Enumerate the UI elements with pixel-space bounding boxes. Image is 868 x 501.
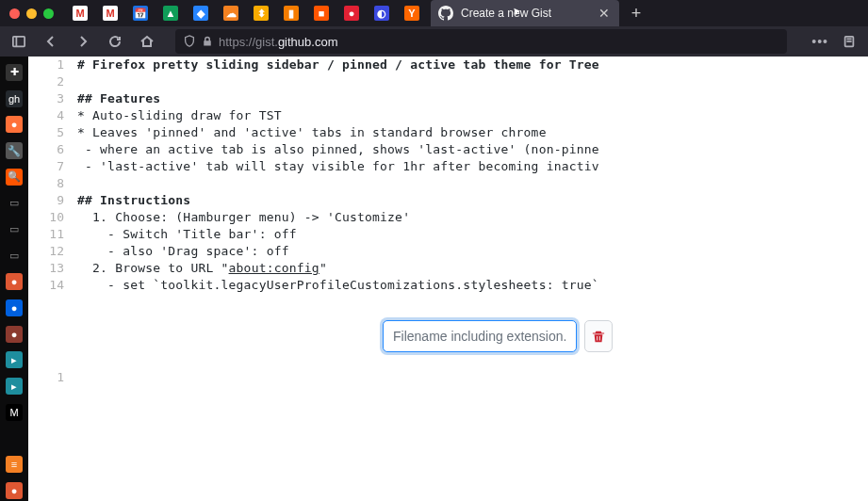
favicon: M	[103, 6, 118, 21]
reader-button[interactable]	[836, 28, 862, 55]
line-number: 11	[28, 226, 77, 243]
new-tab-button[interactable]: +	[623, 0, 649, 26]
line-number: 4	[28, 107, 77, 124]
sidebar-icon: ▭	[6, 220, 23, 237]
favicon: ●	[344, 6, 359, 21]
maximize-window-button[interactable]	[43, 8, 54, 19]
pinned-tab-10[interactable]: ◐	[367, 0, 397, 26]
code-line: 12 - also 'Drag space': off	[28, 243, 868, 260]
tab-strip: MM📅▲◆☁⬍▮■●◐Y Create a new Gist ✕ +	[0, 0, 868, 26]
line-number: 10	[28, 209, 77, 226]
sidebar-icon: ●	[6, 299, 23, 316]
shield-icon	[183, 35, 196, 48]
page-content: 1# Firefox pretty sliding sidebar / pinn…	[28, 57, 868, 501]
sidebar-icon	[6, 430, 23, 447]
sidebar-toggle-button[interactable]	[6, 28, 32, 55]
code-editor-2[interactable]: 1	[28, 367, 868, 386]
sidebar-item-6[interactable]: ▭	[4, 219, 25, 240]
pinned-tab-1[interactable]: M	[95, 0, 125, 26]
url-text: https://gist.github.com	[219, 35, 337, 49]
active-tab[interactable]: Create a new Gist ✕	[431, 0, 619, 26]
code-line: 5* Leaves 'pinned' and 'active' tabs in …	[28, 124, 868, 141]
pinned-tab-11[interactable]: Y	[397, 0, 427, 26]
back-button[interactable]	[38, 28, 64, 55]
sidebar-item-14[interactable]	[4, 428, 25, 449]
pinned-tab-2[interactable]: 📅	[125, 0, 156, 26]
home-button[interactable]	[134, 28, 160, 55]
line-number: 9	[28, 192, 77, 209]
code-line: 1# Firefox pretty sliding sidebar / pinn…	[28, 57, 868, 73]
github-icon	[438, 6, 453, 21]
url-bar[interactable]: https://gist.github.com	[175, 29, 787, 54]
code-text: - Switch 'Title bar': off	[77, 226, 297, 243]
nav-toolbar: https://gist.github.com •••	[0, 26, 868, 57]
code-text: * Auto-sliding draw for TST	[77, 107, 282, 124]
line-number: 7	[28, 158, 77, 175]
code-text: - 'last-active' tab will stay visible fo…	[77, 158, 599, 175]
favicon: ▮	[284, 6, 299, 21]
sidebar-item-16[interactable]: ●	[4, 480, 25, 501]
sidebar-icon: ▸	[6, 351, 23, 368]
pinned-tab-8[interactable]: ■	[306, 0, 336, 26]
code-line: 10 1. Choose: (Hamburger menu) -> 'Custo…	[28, 209, 868, 226]
pinned-tab-3[interactable]: ▲	[156, 0, 186, 26]
code-line: 3## Features	[28, 90, 868, 107]
code-editor-1[interactable]: 1# Firefox pretty sliding sidebar / pinn…	[28, 57, 868, 294]
sidebar-icon: ✚	[6, 64, 23, 81]
delete-file-button[interactable]	[584, 320, 613, 352]
code-text: ## Features	[77, 90, 160, 107]
filename-input[interactable]	[383, 320, 577, 352]
code-line: 14 - set `toolkit.legacyUserProfileCusto…	[28, 277, 868, 294]
code-text: - also 'Drag space': off	[77, 243, 289, 260]
close-window-button[interactable]	[9, 8, 20, 19]
pinned-tab-5[interactable]: ☁	[216, 0, 246, 26]
reload-button[interactable]	[102, 28, 128, 55]
favicon: ⬍	[254, 6, 269, 21]
pinned-tab-6[interactable]: ⬍	[246, 0, 276, 26]
sidebar-item-4[interactable]: 🔍	[4, 167, 25, 187]
sidebar-item-2[interactable]: ●	[4, 115, 25, 136]
page-actions-button[interactable]: •••	[811, 34, 828, 49]
sidebar-item-3[interactable]: 🔧	[4, 140, 25, 161]
sidebar-icon: ●	[6, 273, 23, 290]
code-line: 6 - where an active tab is also pinned, …	[28, 141, 868, 158]
line-number: 2	[28, 73, 77, 90]
code-text: - set `toolkit.legacyUserProfileCustomiz…	[77, 277, 599, 294]
favicon: ◆	[193, 6, 208, 21]
sidebar-item-13[interactable]: M	[4, 402, 25, 423]
minimize-window-button[interactable]	[26, 8, 37, 19]
cursor-icon	[512, 8, 523, 19]
pinned-tab-0[interactable]: M	[65, 0, 95, 26]
forward-button[interactable]	[70, 28, 96, 55]
sidebar-item-9[interactable]: ●	[4, 298, 25, 318]
sidebar-item-8[interactable]: ●	[4, 271, 25, 292]
pinned-tab-9[interactable]: ●	[336, 0, 367, 26]
pinned-tab-4[interactable]: ◆	[186, 0, 216, 26]
line-number: 1	[28, 369, 77, 386]
sidebar-item-15[interactable]: ≡	[4, 454, 25, 475]
favicon: M	[73, 6, 88, 21]
favicon: ▲	[163, 6, 178, 21]
favicon: 📅	[133, 6, 148, 21]
sidebar-item-0[interactable]: ✚	[4, 62, 25, 83]
sidebar-icon: 🔧	[6, 142, 23, 159]
code-line: 2	[28, 73, 868, 90]
sidebar-item-5[interactable]: ▭	[4, 193, 25, 214]
sidebar-icon: ▭	[6, 195, 23, 212]
code-text: ## Instructions	[77, 192, 190, 209]
sidebar-item-11[interactable]: ▸	[4, 349, 25, 370]
sidebar-item-10[interactable]: ●	[4, 324, 25, 345]
code-text: # Firefox pretty sliding sidebar / pinne…	[77, 57, 607, 73]
sidebar-item-12[interactable]: ▸	[4, 376, 25, 396]
close-tab-button[interactable]: ✕	[597, 6, 612, 21]
sidebar-icon: ●	[6, 326, 23, 343]
favicon: ◐	[374, 6, 389, 21]
sidebar-item-7[interactable]: ▭	[4, 245, 25, 266]
code-text: - where an active tab is also pinned, sh…	[77, 141, 599, 158]
favicon: ☁	[223, 6, 238, 21]
sidebar-item-1[interactable]: gh	[4, 89, 25, 109]
sidebar-icon: gh	[6, 90, 23, 107]
code-text: * Leaves 'pinned' and 'active' tabs in s…	[77, 124, 547, 141]
pinned-tab-7[interactable]: ▮	[276, 0, 306, 26]
line-number: 5	[28, 124, 77, 141]
